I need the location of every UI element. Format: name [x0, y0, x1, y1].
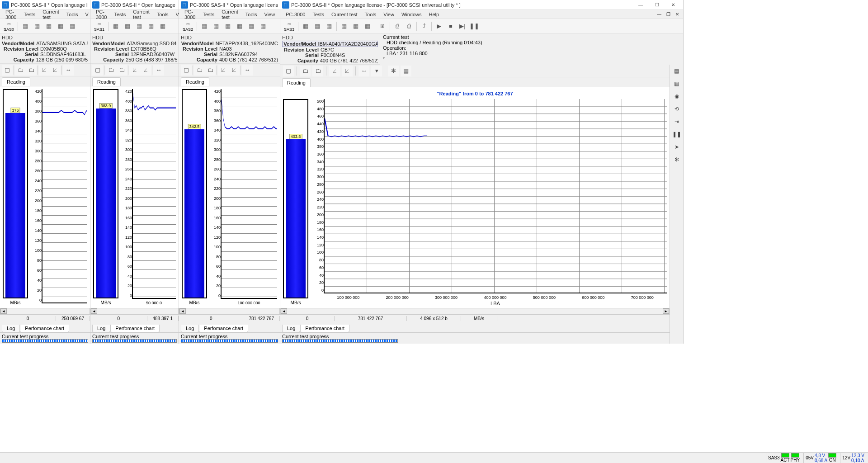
sheet-icon[interactable]: ▤	[401, 66, 411, 76]
window-title: PC-3000 SAS-II * Open language license -…	[11, 2, 88, 8]
hdd-info: HDD Vendor/ModelATA/SAMSUNG SATA SSD Rev…	[0, 33, 90, 64]
side-tool-icon[interactable]: ▤	[672, 66, 681, 76]
toolbar-btn[interactable]: ⎙	[392, 21, 403, 32]
main-toolbar: ⎓SAS0 ▦ ▦ ▦ ▦ ▦	[0, 19, 90, 33]
y-axis-ticks: 5004804604404204003803603403203002802602…	[312, 99, 324, 293]
pause-button[interactable]: ❚❚	[469, 21, 480, 32]
menu-windows[interactable]: Windows	[398, 11, 425, 18]
close-button[interactable]: ✕	[665, 0, 681, 9]
x-axis-ticks: 100 000 000200 000 000300 000 000400 000…	[323, 294, 668, 301]
main-toolbar: ⎓SAS3 ▦ ▦ ▦ ▦ ▦ ▦ 🗎 ⎙ ⎙ ⤴ ▶ ■ ▶| ❚❚	[280, 19, 683, 33]
tab-performance[interactable]: Perfomance chart	[20, 325, 69, 332]
child-minimize[interactable]: —	[655, 11, 663, 18]
tool-icon[interactable]: ▢	[283, 66, 294, 76]
progress-bar	[282, 339, 398, 343]
sas-port-label: ⎓SAS3	[282, 20, 296, 32]
toolbar-btn[interactable]: ▦	[67, 21, 78, 32]
toolbar-btn[interactable]: ▦	[339, 21, 349, 32]
toolbar-btn[interactable]: 🗎	[377, 21, 388, 32]
child-restore[interactable]: ❐	[664, 11, 672, 18]
speed-line-chart: 4204003803603403203002802602402202001801…	[42, 89, 87, 303]
settings-icon[interactable]: ✻	[388, 66, 399, 76]
speed-bar: 376	[3, 89, 28, 298]
maximize-button[interactable]: ☐	[649, 0, 665, 9]
window-sas2: ⬚PC-3000 SAS-II * Open language license …	[179, 0, 280, 344]
toolbar-btn[interactable]: ▦	[55, 21, 66, 32]
side-tool-icon[interactable]: ◉	[672, 92, 681, 101]
bar-value-label: 403.5	[289, 134, 302, 139]
app-icon: ⬚	[2, 1, 9, 9]
tool-icon[interactable]: ⟀	[50, 65, 61, 76]
tool-icon[interactable]: 🗀	[26, 65, 37, 76]
side-tool-icon[interactable]: ▦	[672, 79, 681, 88]
window-sas3: ⬚ PC-3000 SAS-II * Open language license…	[280, 0, 684, 344]
app-icon: ⬚	[282, 1, 289, 9]
tab-performance[interactable]: Perfomance chart	[300, 325, 349, 332]
menu-help[interactable]: Help	[425, 11, 443, 18]
window-sas1: ⬚PC-3000 SAS-II * Open language license …	[90, 0, 179, 344]
current-test-panel: Current test HDD checking / Reading (Run…	[380, 33, 683, 65]
side-toolbar: ▤ ▦ ◉ ⟲ ⇥ ❚❚ ➤ ✻	[670, 65, 683, 344]
step-button[interactable]: ▶|	[457, 21, 468, 32]
menu-tools[interactable]: Tools	[63, 11, 82, 18]
toolbar-btn[interactable]: ▦	[20, 21, 31, 32]
minimize-button[interactable]: —	[632, 0, 649, 9]
dropdown-icon[interactable]: ▾	[371, 66, 382, 76]
menu-tools[interactable]: Tools	[361, 11, 380, 18]
chart-title: "Reading" from 0 to 781 422 767	[282, 89, 668, 98]
progress-bar	[2, 339, 88, 343]
menu-tests[interactable]: Tests	[20, 11, 39, 18]
play-button[interactable]: ▶	[434, 21, 444, 32]
side-tool-reset-icon[interactable]: ⟲	[672, 104, 681, 113]
menubar: PC-3000 Tests Current test Tools View Wi…	[280, 10, 683, 19]
side-tool-icon[interactable]: ⇥	[672, 117, 681, 126]
toolbar-btn[interactable]: ▦	[312, 21, 323, 32]
hdd-info: HDD Vendor/ModelIBM-A040/TXA2D20400GA6I …	[280, 33, 380, 65]
menu-current-test[interactable]: Current test	[328, 11, 361, 18]
tab-log[interactable]: Log	[282, 325, 300, 332]
menu-view[interactable]: View	[380, 11, 398, 18]
chart-toolbar: ▢ 🗀 🗀 ⟀ ⟀ ↔	[0, 64, 90, 76]
child-close[interactable]: ✕	[673, 11, 681, 18]
tab-reading[interactable]: Reading	[282, 78, 311, 87]
tab-reading[interactable]: Reading	[2, 77, 30, 86]
toolbar-btn[interactable]: ⎙	[404, 21, 415, 32]
toolbar-exit-icon[interactable]: ⤴	[419, 21, 429, 32]
fit-width-icon[interactable]: ↔	[359, 66, 369, 76]
tool-icon[interactable]: ↔	[63, 65, 74, 76]
window-sas0: ⬚ PC-3000 SAS-II * Open language license…	[0, 0, 90, 344]
tool-icon[interactable]: 🗀	[15, 65, 26, 76]
toolbar-btn[interactable]: ▦	[300, 21, 311, 32]
stop-button[interactable]: ■	[445, 21, 456, 32]
tab-log[interactable]: Log	[2, 325, 20, 332]
h-scrollbar[interactable]: ◄►	[280, 308, 670, 314]
speed-line-chart: 5004804604404204003803603403203002802602…	[324, 99, 667, 293]
chart-toolbar: ▢ 🗀 🗀 ⟀ ⟀ ↔ ▾ ✻ ▤	[280, 65, 670, 77]
tool-icon[interactable]: ⟀	[39, 65, 50, 76]
chart-tool-icon[interactable]: ⟀	[342, 66, 353, 76]
tool-icon[interactable]: ▢	[2, 65, 13, 76]
menu-pc3000[interactable]: PC-3000	[282, 11, 309, 18]
bar-value-label: 376	[10, 108, 20, 113]
toolbar-btn[interactable]: ▦	[324, 21, 335, 32]
open-icon[interactable]: 🗀	[300, 66, 311, 76]
toolbar-btn[interactable]: ▦	[350, 21, 361, 32]
menu-tests[interactable]: Tests	[110, 11, 129, 18]
window-title: PC-3000 SAS-II * Open language license -…	[291, 2, 632, 8]
toolbar-btn[interactable]: ▦	[43, 21, 54, 32]
h-scrollbar[interactable]: ◄	[0, 308, 90, 314]
toolbar-btn[interactable]: ▦	[362, 21, 373, 32]
side-settings-icon[interactable]: ✻	[672, 155, 681, 164]
save-icon[interactable]: 🗀	[312, 66, 323, 76]
menu-tools[interactable]: Tools	[153, 11, 172, 18]
toolbar-btn[interactable]: ▦	[32, 21, 42, 32]
menubar: PC-3000 Tests Current test Tools V	[0, 10, 90, 19]
side-tool-icon[interactable]: ➤	[672, 142, 681, 151]
menu-tests[interactable]: Tests	[309, 11, 328, 18]
y-axis-ticks: 4204003803603403203002802602402202001801…	[30, 89, 42, 302]
sas-port-label: ⎓SAS0	[2, 20, 16, 32]
speed-bar: 403.5	[283, 99, 308, 298]
titlebar[interactable]: ⬚ PC-3000 SAS-II * Open language license…	[280, 0, 683, 10]
chart-tool-icon[interactable]: ⟀	[329, 66, 340, 76]
side-pause-icon[interactable]: ❚❚	[672, 130, 681, 139]
